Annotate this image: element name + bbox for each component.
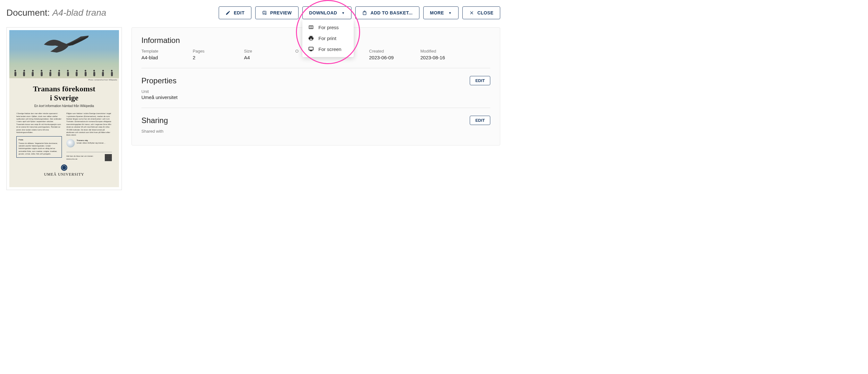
print-icon [308,35,314,41]
preview-button[interactable]: PREVIEW [255,6,299,19]
caret-down-icon: ▼ [341,11,345,15]
document-name: A4-blad trana [52,8,106,18]
action-bar: EDIT PREVIEW DOWNLOAD ▼ [219,6,500,19]
edit-button[interactable]: EDIT [219,6,251,19]
thumbnail-subtitle: En kort information hämtad från Wikipedi… [17,104,112,108]
info-template-label: Template [142,49,183,54]
university-seal-icon [61,164,67,171]
close-button-label: CLOSE [477,10,494,15]
preview-button-label: PREVIEW [270,10,292,15]
download-screen-item[interactable]: For screen [302,43,354,55]
properties-edit-button[interactable]: EDIT [470,76,490,85]
info-created-label: Created [369,49,411,54]
sharing-edit-button[interactable]: EDIT [470,116,490,125]
edit-button-label: EDIT [234,10,245,15]
info-modified-value: 2023-08-16 [421,55,462,60]
properties-unit-label: Unit [142,89,490,94]
thumbnail-photo-caption: Photo: screenshot from Wikipedia [9,78,119,81]
thumbnail-footer-text: Här kan du läsa mer om tranan: www.umu.s… [66,155,105,160]
info-pages-label: Pages [193,49,235,54]
sharing-section: Sharing EDIT Shared with [142,116,490,134]
document-thumbnail[interactable]: Photo: screenshot from Wikipedia Tranans… [6,27,122,190]
basket-icon [362,10,367,15]
download-screen-label: For screen [318,46,341,52]
screen-icon [308,46,314,52]
info-created-value: 2023-06-09 [369,55,411,60]
sharing-title: Sharing [142,116,168,125]
pencil-icon [225,10,230,15]
info-modified-label: Modified [421,49,462,54]
info-template-value: A4-blad [142,55,183,60]
download-print-label: For print [318,36,336,41]
university-name: UMEÅ UNIVERSITY [17,172,112,177]
thumbnail-side-image [66,139,75,147]
properties-unit-value: Umeå universitet [142,95,490,100]
thumbnail-title: Tranans förekomst i Sverige [17,84,112,102]
thumbnail-col2: Fåglar som häckar i södra Sverige övervi… [66,112,112,137]
sharing-shared-with-label: Shared with [142,129,490,134]
download-press-item[interactable]: For press [302,22,354,33]
close-button[interactable]: CLOSE [462,6,500,19]
close-icon [469,10,474,15]
add-to-basket-button[interactable]: ADD TO BASKET... [355,6,419,19]
thumbnail-side-text: Tranans väg Under våren förflyttar sig t… [76,139,105,144]
page-title: Document: A4-blad trana [6,8,106,18]
info-size-label: Size [244,49,286,54]
download-press-label: For press [318,25,339,30]
info-pages-value: 2 [193,55,235,60]
thumbnail-photo [9,30,119,78]
caret-down-icon: ▼ [448,11,452,15]
more-button-label: MORE [430,10,444,15]
download-button-label: DOWNLOAD [309,10,337,15]
info-size-value: A4 [244,55,286,60]
properties-section: Properties EDIT Unit Umeå universitet [142,76,490,108]
download-print-item[interactable]: For print [302,33,354,43]
press-icon [308,24,314,30]
thumbnail-qr [105,154,112,161]
download-button[interactable]: DOWNLOAD ▼ [302,6,352,19]
title-prefix: Document: [6,8,50,18]
thumbnail-box: Föda Tranan är allätare. Vegetarisk föda… [17,136,62,157]
properties-title: Properties [142,76,176,85]
add-to-basket-label: ADD TO BASKET... [370,10,412,15]
thumbnail-col1: I Sverige häckar den mer eller mindre sp… [17,112,62,134]
preview-icon [262,10,267,15]
more-button[interactable]: MORE ▼ [423,6,459,19]
download-menu: For press For print For screen [302,19,354,57]
information-title: Information [142,36,180,45]
